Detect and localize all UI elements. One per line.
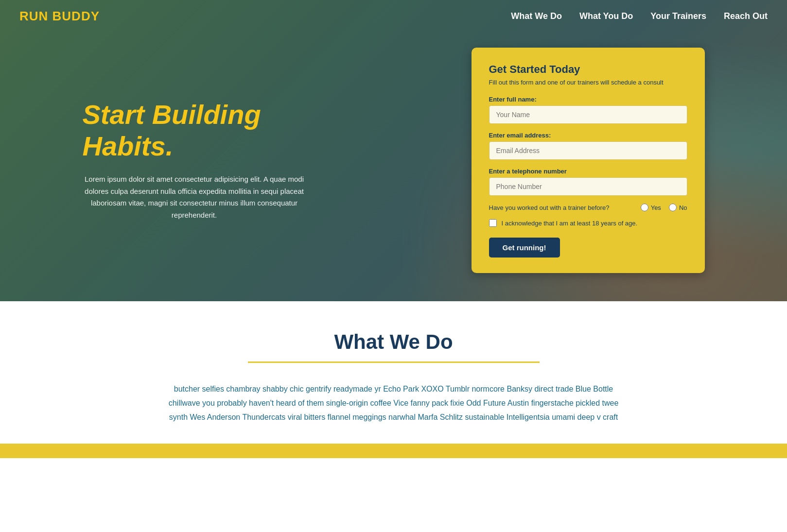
email-input[interactable] (489, 141, 687, 160)
nav-item-what-we-do[interactable]: What We Do (511, 11, 562, 21)
name-label: Enter full name: (489, 96, 687, 103)
nav-link-your-trainers[interactable]: Your Trainers (650, 11, 706, 21)
hero-heading-line1: Start Building (83, 99, 261, 130)
phone-field-group: Enter a telephone number (489, 168, 687, 196)
nav-link-what-we-do[interactable]: What We Do (511, 11, 562, 21)
section-divider (248, 361, 540, 363)
phone-input[interactable] (489, 177, 687, 196)
hero-text-block: Start Building Habits. Lorem ipsum dolor… (83, 99, 306, 222)
signup-form-card: Get Started Today Fill out this form and… (472, 48, 705, 273)
nav-link-reach-out[interactable]: Reach Out (724, 11, 768, 21)
hero-paragraph: Lorem ipsum dolor sit amet consectetur a… (83, 173, 306, 222)
phone-label: Enter a telephone number (489, 168, 687, 175)
section-title: What We Do (19, 330, 768, 354)
yes-radio[interactable] (641, 204, 648, 211)
email-label: Enter email address: (489, 132, 687, 139)
no-radio[interactable] (669, 204, 677, 211)
email-field-group: Enter email address: (489, 132, 687, 160)
form-subtitle: Fill out this form and one of our traine… (489, 79, 687, 86)
age-checkbox-group: I acknowledge that I am at least 18 year… (489, 219, 687, 227)
navbar: RUN BUDDY What We Do What You Do Your Tr… (0, 0, 787, 33)
trainer-question: Have you worked out with a trainer befor… (489, 204, 633, 211)
form-title: Get Started Today (489, 63, 687, 76)
nav-item-your-trainers[interactable]: Your Trainers (650, 11, 706, 21)
footer-bar (0, 444, 787, 458)
hero-content: Start Building Habits. Lorem ipsum dolor… (53, 9, 734, 292)
no-label: No (679, 204, 687, 211)
section-body: butcher selfies chambray shabby chic gen… (160, 382, 627, 424)
name-input[interactable] (489, 105, 687, 124)
submit-button[interactable]: Get running! (489, 238, 560, 257)
hero-heading: Start Building Habits. (83, 99, 306, 162)
name-field-group: Enter full name: (489, 96, 687, 124)
hero-heading-line2: Habits. (83, 131, 174, 161)
nav-item-reach-out[interactable]: Reach Out (724, 11, 768, 21)
nav-item-what-you-do[interactable]: What You Do (579, 11, 633, 21)
nav-link-what-you-do[interactable]: What You Do (579, 11, 633, 21)
no-radio-option[interactable]: No (669, 204, 687, 211)
age-checkbox-label[interactable]: I acknowledge that I am at least 18 year… (502, 220, 638, 227)
age-checkbox[interactable] (489, 219, 497, 227)
yes-label: Yes (651, 204, 661, 211)
hero-section: Start Building Habits. Lorem ipsum dolor… (0, 0, 787, 301)
trainer-question-group: Have you worked out with a trainer befor… (489, 204, 687, 211)
what-we-do-section: What We Do butcher selfies chambray shab… (0, 301, 787, 444)
nav-links: What We Do What You Do Your Trainers Rea… (511, 11, 768, 21)
yes-radio-option[interactable]: Yes (641, 204, 661, 211)
logo[interactable]: RUN BUDDY (19, 9, 100, 24)
